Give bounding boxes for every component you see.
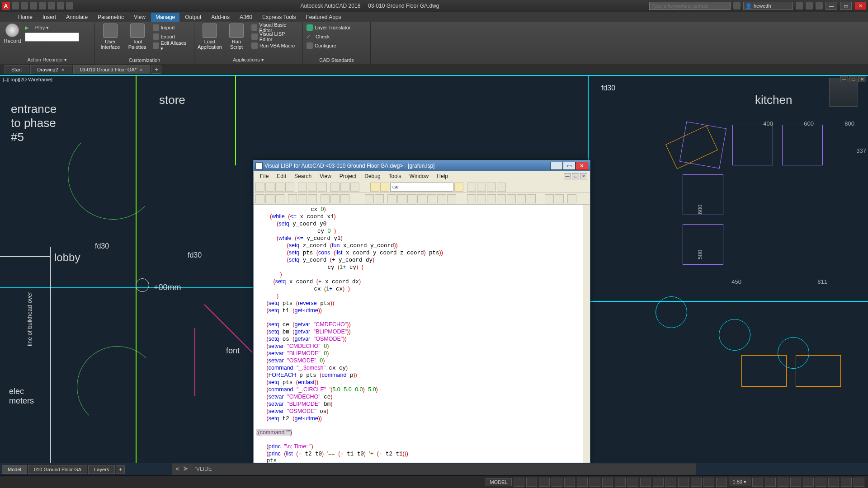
- qat-saveas-icon[interactable]: [39, 2, 46, 9]
- status-quickprops-icon[interactable]: [790, 478, 801, 487]
- ribbon-tab-parametric[interactable]: Parametric: [93, 13, 128, 22]
- ribbon-tab-home[interactable]: Home: [14, 13, 37, 22]
- vlisp-debug-break-icon[interactable]: [298, 194, 307, 203]
- window-maximize-button[interactable]: ▭: [840, 2, 852, 10]
- vlisp-maximize-button[interactable]: ▭: [563, 162, 576, 170]
- mdi-minimize-button[interactable]: —: [840, 76, 848, 82]
- status-isodraft-icon[interactable]: [590, 478, 600, 487]
- doc-tab-drawing2[interactable]: Drawing2✕: [30, 65, 71, 74]
- qat-redo-icon[interactable]: [66, 2, 73, 9]
- vlisp-inspect-icon[interactable]: [497, 194, 506, 203]
- window-close-button[interactable]: ✕: [854, 2, 866, 10]
- status-ortho-icon[interactable]: [564, 478, 575, 487]
- vlisp-new-file-icon[interactable]: [255, 183, 264, 192]
- vlisp-menu-window[interactable]: Window: [406, 172, 433, 180]
- vlisp-help-symbol-icon[interactable]: [447, 194, 456, 203]
- load-application-button[interactable]: Load Application: [198, 23, 222, 50]
- status-model-button[interactable]: MODEL: [486, 478, 511, 486]
- qat-undo-icon[interactable]: [57, 2, 64, 9]
- vlisp-watch-window-icon[interactable]: [545, 194, 554, 203]
- vlisp-debug-continue-icon[interactable]: [288, 194, 297, 203]
- vlisp-format-selection-icon[interactable]: [417, 194, 426, 203]
- vlisp-select-window-icon[interactable]: [477, 194, 486, 203]
- exchange-icon[interactable]: [796, 2, 803, 9]
- status-isolate-icon[interactable]: [816, 478, 826, 487]
- drawing-viewport[interactable]: [–][Top][2D Wireframe] — ▭ ✕ entrance to…: [0, 75, 868, 463]
- vlisp-menu-file[interactable]: File: [256, 172, 272, 180]
- doc-tab-start[interactable]: Start: [5, 65, 28, 74]
- panel-title-action-recorder[interactable]: Action Recorder ▾: [4, 56, 91, 63]
- status-cleanscreen-icon[interactable]: [841, 478, 852, 487]
- vlisp-undo-icon[interactable]: [330, 183, 340, 192]
- vlisp-load-active-icon[interactable]: [365, 194, 374, 203]
- vlisp-copy-icon[interactable]: [308, 183, 317, 192]
- window-minimize-button[interactable]: —: [826, 2, 837, 10]
- vlisp-child-close-button[interactable]: ✕: [580, 173, 587, 179]
- status-osnap-icon[interactable]: [602, 478, 613, 487]
- status-grid-icon[interactable]: [514, 478, 524, 487]
- vlisp-titlebar[interactable]: Visual LISP for AutoCAD <03-010 Ground F…: [254, 160, 590, 171]
- vlisp-breakpoint-toggle-icon[interactable]: [321, 194, 330, 203]
- ribbon-tab-view[interactable]: View: [129, 13, 150, 22]
- cmdline-close-icon[interactable]: ✕: [175, 466, 179, 472]
- qat-plot-icon[interactable]: [48, 2, 55, 9]
- vlisp-open-file-icon[interactable]: [265, 183, 274, 192]
- vlisp-find-input[interactable]: [390, 183, 453, 192]
- vlisp-format-edit-icon[interactable]: [407, 194, 416, 203]
- vlisp-replace-icon[interactable]: [380, 183, 389, 192]
- vlisp-cut-icon[interactable]: [298, 183, 307, 192]
- play-button[interactable]: ▶ Play ▾: [25, 23, 79, 32]
- vlisp-menu-tools[interactable]: Tools: [385, 172, 405, 180]
- configure-standards-button[interactable]: Configure: [307, 42, 350, 50]
- vlisp-menu-project[interactable]: Project: [336, 172, 360, 180]
- status-transparency-icon[interactable]: [653, 478, 664, 487]
- vlisp-activate-acad-icon[interactable]: [467, 194, 476, 203]
- cui-button[interactable]: User Interface: [99, 23, 122, 50]
- layout-tab-new-button[interactable]: +: [116, 465, 125, 474]
- ribbon-tab-output[interactable]: Output: [180, 13, 206, 22]
- visual-basic-editor-button[interactable]: Visual Basic Editor: [251, 23, 299, 32]
- status-annotation-visibility-icon[interactable]: [703, 478, 714, 487]
- status-lineweight-icon[interactable]: [640, 478, 651, 487]
- status-3dosnap-icon[interactable]: [615, 478, 626, 487]
- ribbon-tab-a360[interactable]: A360: [235, 13, 257, 22]
- qat-save-icon[interactable]: [30, 2, 37, 9]
- status-gizmo-icon[interactable]: [691, 478, 702, 487]
- vlisp-paste-icon[interactable]: [318, 183, 327, 192]
- vlisp-debug-stepinto-icon[interactable]: [255, 194, 264, 203]
- record-button[interactable]: Record: [4, 23, 21, 44]
- viewport-controls-label[interactable]: [–][Top][2D Wireframe]: [3, 77, 52, 82]
- status-customize-icon[interactable]: [854, 478, 864, 487]
- vlisp-save-file-icon[interactable]: [275, 183, 284, 192]
- tool-palettes-button[interactable]: Tool Palettes: [126, 23, 149, 50]
- vlisp-complete-word-icon[interactable]: [350, 183, 359, 192]
- edit-aliases-button[interactable]: Edit Aliases ▾: [153, 42, 191, 50]
- vlisp-comment-block-icon[interactable]: [427, 194, 436, 203]
- ribbon-tab-annotate[interactable]: Annotate: [61, 13, 92, 22]
- vlisp-minimize-button[interactable]: —: [550, 162, 563, 170]
- run-vba-macro-button[interactable]: Run VBA Macro: [251, 42, 299, 50]
- status-snap-icon[interactable]: [526, 478, 537, 487]
- panel-title-applications[interactable]: Applications ▾: [198, 56, 299, 63]
- status-lockui-icon[interactable]: [803, 478, 814, 487]
- command-line[interactable]: ✕ ⮞_ 'VLIDE: [172, 464, 696, 474]
- status-otrack-icon[interactable]: [627, 478, 638, 487]
- visual-lisp-window[interactable]: Visual LISP for AutoCAD <03-010 Ground F…: [253, 160, 590, 463]
- vlisp-menu-help[interactable]: Help: [433, 172, 452, 180]
- vlisp-debug-stepout-icon[interactable]: [275, 194, 284, 203]
- ribbon-tab-manage[interactable]: Manage: [151, 13, 179, 22]
- vlisp-menu-view[interactable]: View: [316, 172, 335, 180]
- import-button[interactable]: Import: [153, 23, 191, 32]
- ribbon-tab-expresstools[interactable]: Express Tools: [258, 13, 300, 22]
- vlisp-bookmark-next-icon[interactable]: [477, 183, 486, 192]
- vlisp-apropos-window-icon[interactable]: [555, 194, 564, 203]
- status-selection-cycling-icon[interactable]: [665, 478, 676, 487]
- vlisp-bookmark-prev-icon[interactable]: [487, 183, 496, 192]
- vlisp-symbol-service-icon[interactable]: [517, 194, 526, 203]
- check-standards-button[interactable]: ✓ Check: [307, 33, 350, 41]
- app-logo[interactable]: A: [2, 2, 10, 10]
- qat-new-icon[interactable]: [12, 2, 19, 9]
- doc-tab-drawing2-close-icon[interactable]: ✕: [61, 67, 65, 72]
- visual-lisp-editor-button[interactable]: Visual LISP Editor: [251, 33, 299, 41]
- ribbon-tab-insert[interactable]: Insert: [38, 13, 61, 22]
